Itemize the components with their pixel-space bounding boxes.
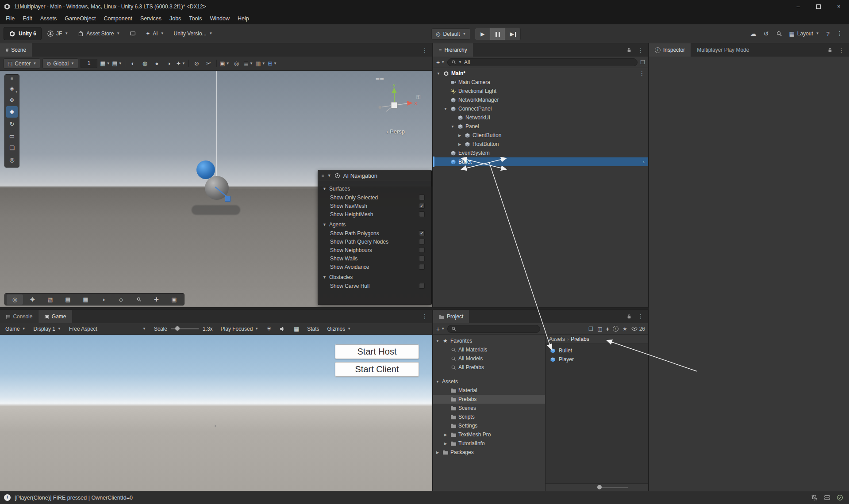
scale-slider[interactable] [171,328,199,329]
display-dropdown[interactable]: Display 1 ▼ [30,325,65,333]
hierarchy-row-networkui[interactable]: NetworkUI [433,113,648,122]
project-tree-favorites[interactable]: ▼★Favorites [433,336,545,345]
move-overlay-icon[interactable]: ✥ [24,294,41,305]
tab-game[interactable]: ▣ Game [38,310,72,323]
checkbox[interactable]: ✓ [419,230,425,236]
start-host-button[interactable]: Start Host [335,344,419,359]
overlay-handle-icon[interactable]: ≡ [5,75,19,82]
tab-console[interactable]: ▤ Console [0,310,38,323]
grid-snap-icon[interactable]: ▦▼ [100,58,111,69]
start-client-button[interactable]: Start Client [335,362,419,377]
hierarchy-row-panel[interactable]: ▼Panel [433,122,648,131]
undo-history-button[interactable]: ↺ [764,30,769,37]
hierarchy-row-bullet[interactable]: Bullet› [433,157,648,166]
project-tree-packages[interactable]: ▶Packages [433,448,545,457]
package-visibility-icon[interactable]: ◫ [597,326,602,332]
rect-tool[interactable]: ▭ [6,130,18,141]
menu-services[interactable]: Services [136,13,165,24]
hierarchy-row-eventsystem[interactable]: EventSystem [433,149,648,157]
lock-icon[interactable] [626,314,632,319]
checkbox[interactable] [419,211,425,217]
pause-button[interactable] [490,28,505,40]
scene-cut-icon[interactable]: ✂ [203,58,214,69]
multiplayer-window-button[interactable] [126,27,140,40]
status-message[interactable]: [Player(Clone)] FIRE pressed | OwnerClie… [15,495,133,501]
grid-axis-icon[interactable]: ⊞▼ [267,58,278,69]
unity-hub-button[interactable]: Unity 6 [4,27,42,40]
thumbnail-zoom-slider[interactable] [597,487,628,488]
hierarchy-row-main-camera[interactable]: Main Camera [433,78,648,87]
build-profile-dropdown[interactable]: ◎ Default ▼ [431,28,470,40]
ainav-section-surfaces[interactable]: ▼Surfaces [318,184,431,193]
notifications-muted-icon[interactable] [811,494,818,501]
tool-handle-rotation-dropdown[interactable]: ⊕ Global ▼ [42,58,78,69]
drag-handle-icon[interactable]: ≡ [322,173,324,178]
more-options-icon[interactable]: ⋮ [837,30,843,37]
checkbox[interactable] [419,247,425,253]
panel-menu-icon[interactable]: ⋮ [422,313,428,320]
zoom-slider-thumb[interactable] [597,485,602,489]
breadcrumb-assets[interactable]: Assets [549,336,565,342]
snap-increment-field[interactable]: 1 [81,59,97,68]
expand-arrow-icon[interactable]: ▼ [443,107,448,111]
panel-menu-icon[interactable]: ⋮ [838,46,845,53]
item-menu-icon[interactable]: ⋮ [639,70,645,76]
menu-tools[interactable]: Tools [185,13,206,24]
project-tree-all-prefabs[interactable]: All Prefabs [433,363,545,372]
hierarchy-search-input[interactable]: ▼ All [447,58,638,66]
project-tree-settings[interactable]: Settings [433,421,545,430]
project-search-input[interactable] [447,325,540,333]
favorites-star-icon[interactable]: ★ [622,326,627,332]
breadcrumb-prefabs[interactable]: Prefabs [571,336,589,342]
game-view-mode-dropdown[interactable]: Game ▼ [2,325,29,333]
collapse-arrow-icon[interactable]: ▼ [323,222,327,227]
hierarchy-row-directional-light[interactable]: Directional Light [433,87,648,95]
pan-tool[interactable]: ✥ [6,94,18,106]
account-button[interactable]: JF ▼ [43,27,72,40]
project-tree-prefabs[interactable]: Prefabs [433,395,545,404]
overlays-icon[interactable]: ▣▼ [219,58,230,69]
contrast-overlay-icon[interactable]: ◑ [95,294,111,305]
menu-window[interactable]: Window [206,13,234,24]
scene-debug-slash-icon[interactable]: ⊘ [191,58,202,69]
ai-menu-button[interactable]: ✦ AI ▼ [142,27,168,40]
expand-arrow-icon[interactable]: ▶ [457,134,462,137]
menu-edit[interactable]: Edit [19,13,36,24]
checkbox[interactable] [419,264,425,270]
expand-arrow-icon[interactable]: ▶ [443,433,448,437]
create-object-button[interactable]: +▼ [436,59,445,66]
grid-overlay-icon[interactable]: ▦ [77,294,94,305]
collapse-arrow-icon[interactable]: ▼ [323,275,327,279]
project-item-bullet[interactable]: Bullet [546,346,648,355]
unity-version-dropdown[interactable]: Unity Versio... ▼ [170,27,217,40]
gizmos-dropdown[interactable]: Gizmos ▼ [324,325,355,333]
snap-settings-icon[interactable]: ▤▼ [111,58,123,69]
tab-hierarchy[interactable]: ≡ Hierarchy [433,43,473,57]
create-asset-button[interactable]: +▼ [436,325,445,332]
view-tool[interactable]: ◈▾ [6,82,18,94]
used-by-filter-icon[interactable]: ! [613,326,619,332]
tool-handle-pivot-dropdown[interactable]: ◱ Center ▼ [4,58,40,69]
scene-effects-icon[interactable]: ✦▼ [175,58,186,69]
tab-scene[interactable]: # Scene [0,43,32,57]
ai-navigation-header[interactable]: ≡ ▼ AI Navigation [318,170,431,181]
search-overlay-icon[interactable] [131,294,147,305]
tab-multiplayer-play-mode[interactable]: Multiplayer Play Mode [691,43,755,57]
hierarchy-row-hostbutton[interactable]: ▶HostButton [433,140,648,149]
open-search-window-icon[interactable]: ❐ [640,59,645,65]
projection-label[interactable]: ‹ Persp [367,128,424,135]
project-tree-all-materials[interactable]: All Materials [433,345,545,354]
checkbox[interactable]: ✓ [419,203,425,209]
play-button[interactable]: ▶ [475,28,490,40]
custom-tool[interactable]: ◎ [6,154,18,165]
step-button[interactable]: ▶ [505,28,520,40]
panel-menu-icon[interactable]: ⋮ [422,46,428,53]
console-message-icon[interactable]: ! [4,494,11,501]
play-focused-dropdown[interactable]: Play Focused ▼ [217,325,262,333]
project-tree-textmesh-pro[interactable]: ▶TextMesh Pro [433,430,545,439]
project-tree-scenes[interactable]: Scenes [433,404,545,412]
label-icon[interactable]: ⬧ [606,326,608,332]
shapes-overlay-icon[interactable]: ◇ [113,294,129,305]
cloud-services-button[interactable]: ☁ [750,30,757,37]
scene-fog-icon[interactable]: ● [151,58,162,69]
